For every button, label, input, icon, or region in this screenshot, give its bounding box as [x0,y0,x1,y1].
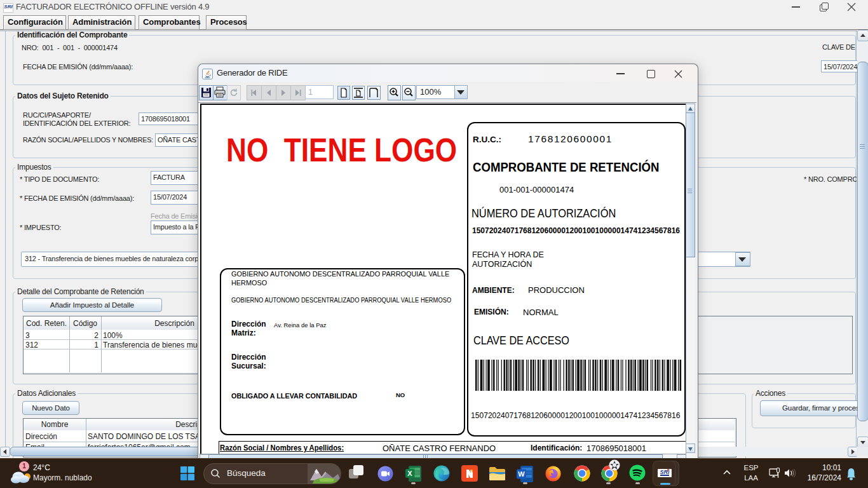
svg-text:W: W [518,470,525,478]
svg-text:X: X [407,470,412,477]
